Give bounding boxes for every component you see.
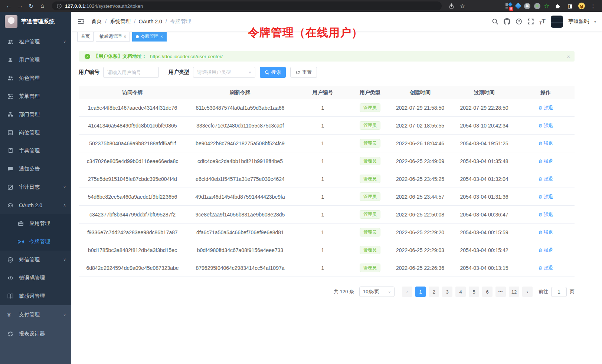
prev-page-button[interactable]: ‹ [402, 287, 412, 297]
page-button-5[interactable]: 5 [469, 287, 479, 297]
user-avatar[interactable] [551, 16, 563, 28]
access-token-cell: 1ea5e44f8bc1467aaede43144f31de76 [79, 105, 186, 111]
breadcrumb-item[interactable]: 首页 [91, 18, 102, 25]
page-button-12[interactable]: 12 [509, 287, 519, 297]
sidebar-item-audit-log[interactable]: 审计日志∨ [0, 178, 71, 196]
user-name[interactable]: 芋道源码 [568, 18, 589, 25]
refresh-token-cell: dfa6c71a50a54c66bef706ef9e6e8d81 [186, 229, 294, 235]
app-icon [18, 221, 24, 226]
access-token-cell: 54d6be82ee5a460a9aedc1f9bf223656 [79, 194, 186, 200]
user-id-input[interactable] [103, 67, 159, 78]
browser-reload-icon[interactable]: ↻ [27, 1, 36, 10]
tab-token[interactable]: 令牌管理× [132, 32, 167, 42]
share-icon[interactable] [447, 1, 456, 10]
sidebar-menu-bottom: ¥支付管理∨报表设计器 [0, 305, 71, 364]
extension-grid-icon[interactable]: 9 [506, 3, 512, 9]
goto-page-input[interactable] [551, 287, 567, 297]
sidebar-item-error-code[interactable]: 错误码管理 [0, 269, 71, 287]
next-page-button[interactable]: › [522, 287, 533, 297]
caret-down-icon[interactable]: ▾ [594, 20, 596, 24]
force-logout-button[interactable]: 强退 [538, 176, 553, 182]
page-button-2[interactable]: 2 [429, 287, 439, 297]
sidebar-toggle-icon[interactable] [77, 17, 85, 26]
page-button-1[interactable]: 1 [415, 287, 426, 297]
reset-button-label: 重置 [302, 69, 312, 76]
browser-menu-icon[interactable]: ⋮ [589, 1, 598, 10]
sidebar-item-sensitive-word[interactable]: 敏感词管理 [0, 287, 71, 305]
expire-time-cell: 2022-07-29 22:28:50 [452, 105, 517, 111]
tab-close-icon[interactable]: × [160, 34, 163, 39]
extension-record-icon[interactable] [534, 3, 540, 9]
sidebar-item-user[interactable]: 用户管理 [0, 51, 71, 69]
sidebar-item-dept[interactable]: 部门管理 [0, 105, 71, 123]
table-row: b0d1785bc3a8482f812db4a3f3bd15ecb0df4980… [79, 241, 575, 259]
alert-close-icon[interactable]: × [567, 53, 570, 60]
chevron-down-icon: ∨ [249, 71, 251, 74]
search-button[interactable]: 搜索 [260, 67, 286, 78]
oauth-icon [7, 202, 14, 208]
sidebar-item-oauth2-token[interactable]: 令牌管理 [0, 232, 71, 251]
sidebar-item-report[interactable]: 报表设计器 [0, 324, 71, 344]
breadcrumb-item[interactable]: OAuth 2.0 [139, 19, 162, 24]
tab-sensitive-word[interactable]: 敏感词管理× [96, 32, 130, 42]
sidebar-item-dict[interactable]: 字典管理 [0, 142, 71, 160]
browser-forward-icon[interactable]: → [16, 1, 24, 10]
browser-back-icon[interactable]: ← [4, 1, 13, 10]
tab-home[interactable]: 首页 [77, 32, 94, 42]
tab-close-icon[interactable]: × [124, 34, 126, 39]
font-size-icon[interactable]: TT [539, 18, 546, 25]
browser-profile-avatar[interactable] [578, 3, 585, 9]
address-bar[interactable]: 127.0.0.1:1024/system/oauth2/token [52, 1, 442, 10]
extensions-puzzle-icon[interactable] [553, 1, 562, 10]
sidebar-item-oauth2-app[interactable]: 应用管理 [0, 214, 71, 232]
page-button-3[interactable]: 3 [442, 287, 452, 297]
page-button-6[interactable]: 6 [482, 287, 493, 297]
extension-gem-icon[interactable] [515, 3, 521, 9]
logo[interactable]: 芋道管理系统 [0, 12, 71, 31]
search-button-label: 搜索 [271, 69, 281, 76]
extension-star-icon[interactable]: ☆ [544, 3, 549, 9]
force-logout-button[interactable]: 强退 [538, 140, 553, 147]
created-time-cell: 2022-06-25 22:29:03 [389, 247, 452, 253]
sidebar-item-role[interactable]: 角色管理 [0, 69, 71, 87]
browser-home-icon[interactable]: ⌂ [38, 1, 47, 10]
trash-icon [538, 106, 543, 110]
search-icon[interactable] [492, 18, 498, 25]
sidebar-item-pay[interactable]: ¥支付管理∨ [0, 305, 71, 324]
github-icon[interactable] [504, 18, 510, 25]
site-info-icon[interactable] [56, 3, 62, 9]
sidebar-item-tenant[interactable]: 租户管理∨ [0, 33, 71, 51]
breadcrumb-item[interactable]: 系统管理 [110, 18, 131, 25]
sidebar-item-post[interactable]: 岗位管理 [0, 123, 71, 142]
force-logout-button[interactable]: 强退 [538, 158, 553, 165]
force-logout-button[interactable]: 强退 [538, 105, 553, 111]
user-id-cell: 1 [294, 140, 351, 146]
ext-square [506, 3, 508, 6]
page-button-4[interactable]: 4 [455, 287, 466, 297]
sidebar-item-label: OAuth 2.0 [19, 202, 42, 208]
url-host: 127.0.0.1 [65, 3, 85, 9]
force-logout-button[interactable]: 强退 [538, 247, 553, 254]
force-logout-button[interactable]: 强退 [538, 211, 553, 218]
sidebar-item-menu[interactable]: 菜单管理 [0, 87, 71, 105]
page-ellipsis[interactable]: ••• [495, 287, 506, 297]
sidebar-item-notice[interactable]: 通知公告 [0, 160, 71, 178]
help-icon[interactable] [516, 18, 522, 25]
column-header: 创建时间 [389, 89, 452, 96]
force-logout-button[interactable]: 强退 [538, 122, 553, 129]
force-logout-button[interactable]: 强退 [538, 229, 553, 236]
tab-split-icon[interactable]: ◨ [566, 1, 575, 10]
alert-doc-link[interactable]: https://doc.iocoder.cn/user-center/ [150, 54, 223, 59]
sidebar-item-sms[interactable]: 短信管理∨ [0, 251, 71, 269]
access-token-cell: c342377bf8b344799dcbf7bf095287f2 [79, 212, 186, 218]
page-size-select[interactable]: 10条/页 ∨ [359, 287, 395, 297]
extension-command-icon[interactable]: ⌘ [524, 3, 530, 9]
user-type-select[interactable]: 请选择用户类型 ∨ [193, 67, 255, 78]
sidebar-item-oauth2[interactable]: OAuth 2.0∧ [0, 196, 71, 214]
reset-button[interactable]: 重置 [290, 67, 317, 78]
force-logout-button[interactable]: 强退 [538, 193, 553, 200]
force-logout-button[interactable]: 强退 [538, 265, 553, 271]
bookmark-star-icon[interactable]: ☆ [458, 1, 467, 10]
trash-icon [538, 123, 543, 128]
fullscreen-icon[interactable] [527, 18, 534, 25]
